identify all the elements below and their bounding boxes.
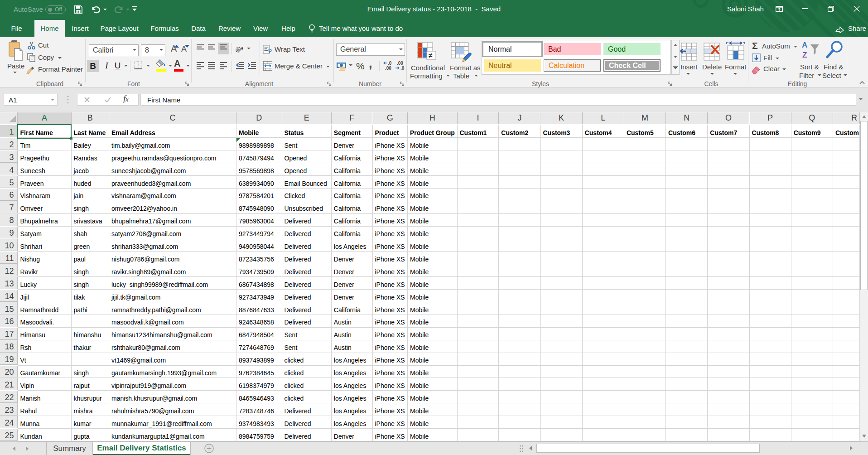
- svg-text:.00: .00: [397, 61, 403, 66]
- svg-text:.0: .0: [400, 66, 405, 71]
- svg-text:Z: Z: [802, 51, 807, 59]
- svg-text:.0: .0: [388, 61, 392, 66]
- svg-text:≠: ≠: [429, 52, 433, 59]
- svg-text:A: A: [802, 41, 807, 49]
- svg-text:.00: .00: [385, 66, 391, 71]
